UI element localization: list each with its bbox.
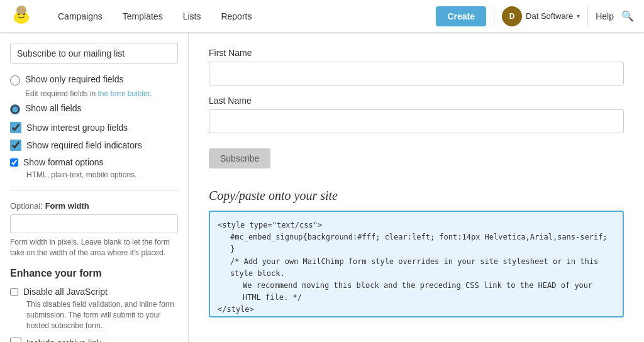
- checkbox-required-input[interactable]: [10, 140, 21, 151]
- checkbox-format-label: Show format options: [23, 157, 104, 167]
- user-name: Dat Software: [526, 11, 573, 21]
- checkbox-required-label: Show required field indicators: [26, 140, 142, 150]
- copy-paste-title: Copy/paste onto your site: [209, 189, 624, 203]
- chevron-down-icon: ▾: [577, 13, 580, 19]
- first-name-input[interactable]: [209, 62, 624, 86]
- last-name-label: Last Name: [209, 96, 624, 106]
- checkbox-format-input[interactable]: [10, 158, 18, 167]
- nav-divider: [494, 7, 494, 26]
- form-builder-link[interactable]: the form builder: [97, 89, 150, 98]
- radio-all-label: Show all fields: [25, 103, 82, 113]
- top-navigation: Campaigns Templates Lists Reports Create…: [0, 0, 644, 33]
- checkbox-archive-input[interactable]: [10, 338, 21, 342]
- code-line-3: /* Add your own MailChimp form style ove…: [218, 256, 615, 280]
- enhance-title: Enhance your form: [10, 268, 178, 279]
- radio-group-fields: Show only required fields Edit required …: [10, 74, 178, 114]
- form-preview: First Name Last Name Subscribe: [209, 48, 624, 168]
- svg-point-4: [16, 6, 26, 14]
- avatar: D: [502, 6, 522, 26]
- sidebar: Show only required fields Edit required …: [0, 33, 189, 342]
- code-line-5: </style>: [218, 304, 615, 316]
- radio-required-input[interactable]: [10, 75, 20, 86]
- copy-paste-section: Copy/paste onto your site <style type="t…: [209, 189, 624, 317]
- nav-links: Campaigns Templates Lists Reports: [48, 0, 262, 33]
- nav-reports[interactable]: Reports: [211, 0, 262, 33]
- radio-required-fields: Show only required fields: [10, 74, 178, 86]
- radio-required-label: Show only required fields: [25, 74, 123, 84]
- checkbox-disable-js: Disable all JavaScript This disables fie…: [10, 287, 178, 331]
- main-content: First Name Last Name Subscribe Copy/past…: [189, 33, 644, 342]
- last-name-field: Last Name: [209, 96, 624, 133]
- nav-divider2: [587, 7, 588, 26]
- checkbox-interest-group: Show interest group fields: [10, 122, 178, 133]
- code-line-6: <div id="mc_embed_signup">: [218, 316, 615, 318]
- nav-campaigns[interactable]: Campaigns: [48, 0, 113, 33]
- radio-sublabel: Edit required fields in the form builder…: [25, 89, 178, 98]
- help-link[interactable]: Help: [596, 11, 614, 21]
- code-line-2: #mc_embed_signup{background:#fff; clear:…: [218, 231, 615, 255]
- search-icon[interactable]: 🔍: [621, 10, 634, 22]
- checkbox-disable-js-label: Disable all JavaScript: [23, 287, 108, 297]
- checkbox-format-row: Show format options: [10, 157, 178, 167]
- radio-all-fields: Show all fields: [10, 103, 178, 114]
- mailchimp-logo-icon: [10, 4, 33, 26]
- form-width-input[interactable]: [10, 214, 178, 233]
- checkbox-disable-js-row: Disable all JavaScript: [10, 287, 178, 297]
- user-menu[interactable]: D Dat Software ▾: [502, 6, 580, 26]
- checkbox-group: Show interest group fields Show required…: [10, 122, 178, 180]
- radio-all-input[interactable]: [10, 104, 20, 114]
- checkbox-interest-label: Show interest group fields: [26, 123, 128, 133]
- checkbox-archive-label: Include archive link: [26, 338, 101, 342]
- main-layout: Show only required fields Edit required …: [0, 33, 644, 342]
- code-line-4: We recommend moving this block and the p…: [218, 280, 615, 304]
- code-line-1: <style type="text/css">: [218, 219, 615, 231]
- checkbox-archive-link: Include archive link: [10, 338, 178, 342]
- logo[interactable]: [10, 4, 33, 28]
- nav-lists[interactable]: Lists: [173, 0, 211, 33]
- checkbox-format-desc: HTML, plain-text, mobile options.: [26, 170, 178, 180]
- first-name-field: First Name: [209, 48, 624, 86]
- nav-right: Create D Dat Software ▾ Help 🔍: [436, 6, 634, 26]
- form-width-label: Optional: Form width: [10, 201, 178, 211]
- form-width-hint: Form width in pixels. Leave blank to let…: [10, 237, 178, 258]
- nav-templates[interactable]: Templates: [113, 0, 173, 33]
- code-block[interactable]: <style type="text/css"> #mc_embed_signup…: [209, 211, 624, 317]
- checkbox-disable-js-input[interactable]: [10, 288, 18, 296]
- subscribe-button[interactable]: Subscribe: [209, 148, 270, 168]
- create-button[interactable]: Create: [436, 6, 486, 26]
- first-name-label: First Name: [209, 48, 624, 58]
- checkbox-format-options: Show format options HTML, plain-text, mo…: [10, 157, 178, 180]
- last-name-input[interactable]: [209, 109, 624, 133]
- subscribe-title-input[interactable]: [10, 43, 178, 64]
- checkbox-disable-js-desc: This disables field validation, and inli…: [26, 299, 178, 331]
- checkbox-interest-input[interactable]: [10, 122, 21, 133]
- section-divider: [10, 190, 178, 191]
- checkbox-required-indicators: Show required field indicators: [10, 140, 178, 151]
